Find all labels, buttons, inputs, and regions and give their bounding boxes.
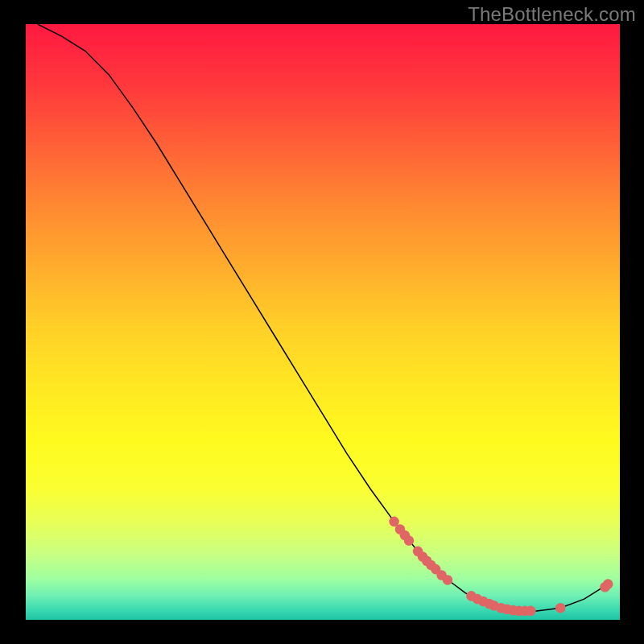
plot-area [26, 24, 620, 620]
chart-frame: TheBottleneck.com [0, 0, 644, 644]
curve-layer [26, 24, 620, 620]
data-marker [526, 606, 536, 617]
data-marker [443, 575, 453, 585]
data-marker [555, 603, 566, 613]
bottleneck-curve [38, 24, 608, 611]
data-marker [404, 535, 415, 546]
watermark-text: TheBottleneck.com [468, 3, 636, 26]
data-marker [603, 579, 613, 589]
